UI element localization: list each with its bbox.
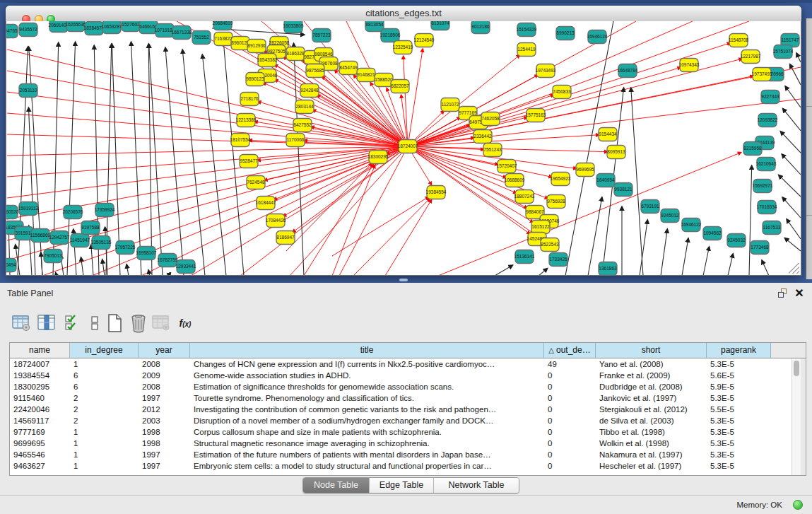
graph-node[interactable]: 751552 [192, 31, 211, 45]
cell-title[interactable]: Estimation of the future numbers of pati… [190, 449, 544, 460]
graph-edge[interactable] [495, 265, 513, 275]
graph-edge[interactable] [728, 254, 733, 275]
table-row[interactable]: 1456911722003Disruption of a novel membe… [10, 415, 806, 426]
graph-node[interactable]: 15751074 [773, 45, 794, 59]
cell-out_de[interactable]: 0 [544, 415, 596, 426]
graph-edge[interactable] [91, 245, 93, 275]
graph-node[interactable]: 12933441 [176, 260, 196, 274]
graph-edge[interactable] [784, 238, 801, 251]
graph-node[interactable]: 17084426 [266, 214, 286, 228]
cell-pagerank[interactable]: 5.3E-5 [707, 392, 771, 404]
graph-node[interactable]: 2803144 [295, 100, 314, 114]
cell-year[interactable]: 1997 [139, 460, 190, 472]
graph-edge[interactable] [631, 88, 643, 275]
graph-edge[interactable] [640, 220, 647, 275]
graph-node[interactable]: 12093822 [758, 114, 778, 127]
graph-edge[interactable] [7, 113, 408, 146]
cell-in_degree[interactable]: 2 [70, 404, 139, 415]
graph-node[interactable]: 9146821 [357, 69, 375, 82]
graph-node[interactable]: 15154329 [517, 23, 537, 37]
graph-edge[interactable] [779, 175, 801, 197]
cell-year[interactable]: 2012 [139, 404, 190, 415]
tab-edge-table[interactable]: Edge Table [370, 478, 434, 493]
graph-node[interactable]: 8912936 [247, 40, 266, 53]
graph-node[interactable]: 8990213 [556, 27, 575, 40]
cell-in_degree[interactable]: 1 [70, 460, 139, 472]
graph-node[interactable]: 1254419 [517, 43, 536, 57]
graph-node[interactable]: 1121072 [441, 98, 459, 112]
graph-node[interactable]: 11566869 [30, 229, 51, 243]
network-canvas[interactable]: 1004765943557220691406162656361838457410… [6, 21, 801, 276]
cell-out_de[interactable]: 0 [544, 449, 596, 460]
graph-node[interactable]: 9154434 [599, 128, 617, 141]
cell-name[interactable]: 9463627 [10, 460, 70, 472]
graph-node[interactable]: 1000494 [6, 259, 16, 272]
graph-node[interactable]: 15136141 [514, 250, 535, 264]
graph-edge[interactable] [165, 47, 184, 275]
show-columns-icon[interactable] [35, 311, 58, 335]
column-header-name[interactable]: name [10, 343, 70, 358]
graph-node[interactable]: 12942757 [49, 231, 70, 245]
cell-short[interactable]: Nakamura et al. (1997) [596, 449, 707, 460]
graph-node[interactable]: 9227343 [761, 90, 779, 104]
graph-node[interactable]: 7624548 [247, 176, 265, 189]
graph-node[interactable]: 8522543 [541, 238, 559, 252]
cell-in_degree[interactable]: 1 [70, 438, 139, 449]
column-header-in_degree[interactable]: in_degree [70, 343, 139, 358]
graph-edge[interactable] [18, 47, 28, 275]
graph-node[interactable]: 9012186 [471, 21, 490, 34]
graph-edge[interactable] [102, 259, 105, 275]
graph-node[interactable]: 1527602 [122, 21, 140, 32]
cell-pagerank[interactable]: 5.3E-5 [707, 460, 771, 472]
graph-node[interactable]: 1094562 [703, 227, 722, 240]
cell-short[interactable]: Tibbo et al. (1998) [596, 426, 707, 438]
column-header-year[interactable]: year [139, 343, 190, 358]
cell-pagerank[interactable]: 5.3E-5 [707, 426, 771, 438]
graph-node[interactable]: 20684819 [213, 21, 233, 30]
table-row[interactable]: 1830029562008Estimation of significance … [10, 381, 806, 392]
network-graph[interactable]: 1004765943557220691406162656361838457410… [6, 21, 801, 275]
cell-short[interactable]: Yano et al. (2008) [596, 358, 707, 370]
cell-year[interactable]: 1998 [139, 426, 190, 438]
graph-node[interactable]: 15720407 [497, 160, 517, 173]
graph-node[interactable]: 1004765 [6, 25, 18, 38]
graph-node[interactable]: 18107554 [230, 134, 251, 147]
graph-node[interactable]: 8215958 [743, 142, 762, 156]
graph-node[interactable]: 17957225 [115, 241, 136, 255]
cell-pagerank[interactable]: 5.3E-5 [707, 438, 771, 449]
graph-edge[interactable] [749, 165, 752, 275]
graph-node[interactable]: 15775163 [526, 109, 546, 122]
new-column-icon[interactable] [103, 311, 126, 335]
function-builder-icon[interactable]: f(x) [174, 311, 196, 335]
graph-node[interactable]: 16265636 [66, 21, 86, 32]
graph-node[interactable]: 2718176 [240, 93, 259, 106]
graph-edge[interactable] [682, 238, 688, 275]
cell-out_de[interactable]: 0 [544, 392, 596, 404]
graph-node[interactable]: 9242848 [300, 84, 319, 98]
graph-node[interactable]: 12325419 [393, 41, 413, 54]
graph-edge[interactable] [404, 56, 408, 146]
graph-node[interactable]: 9938121 [614, 183, 632, 197]
graph-node[interactable]: 15919113 [18, 202, 39, 216]
window-resize-grip[interactable] [789, 263, 799, 274]
graph-edge[interactable] [408, 146, 608, 152]
cell-out_de[interactable]: 0 [544, 426, 596, 438]
graph-node[interactable]: 16184447 [256, 197, 276, 210]
graph-node[interactable]: 18300295 [368, 151, 389, 164]
graph-node[interactable]: 8813054 [365, 21, 384, 32]
table-row[interactable]: 2242004622012Investigating the contribut… [10, 404, 806, 415]
graph-node[interactable]: 7462058 [481, 112, 500, 126]
graph-node[interactable]: 12213389 [236, 114, 257, 127]
cell-in_degree[interactable]: 2 [70, 392, 139, 404]
graph-edge[interactable] [7, 71, 408, 146]
table-scrollbar[interactable] [792, 358, 801, 475]
cell-in_degree[interactable]: 1 [70, 449, 139, 460]
graph-node[interactable]: 7163822 [214, 33, 233, 46]
tab-node-table[interactable]: Node Table [303, 478, 370, 493]
cell-pagerank[interactable]: 5.3E-5 [707, 415, 771, 426]
cell-name[interactable]: 18300295 [10, 381, 70, 392]
graph-node[interactable]: 12124549 [414, 34, 435, 47]
graph-node[interactable]: 19384554 [426, 186, 447, 199]
graph-node[interactable]: 1615122 [531, 221, 550, 234]
graph-node[interactable]: 9197588 [81, 221, 100, 235]
